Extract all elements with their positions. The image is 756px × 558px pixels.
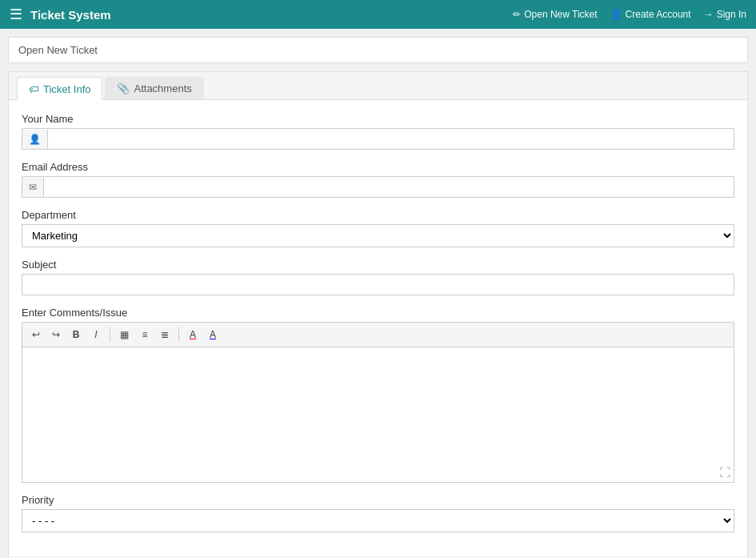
sign-in-nav-link[interactable]: → Sign In <box>704 9 746 20</box>
redo-button[interactable]: ↪ <box>47 326 65 343</box>
your-name-input-wrapper: 👤 <box>22 128 734 150</box>
department-select[interactable]: Marketing Support Sales Technical Billin… <box>22 224 734 247</box>
email-input[interactable] <box>44 177 734 197</box>
your-name-label: Your Name <box>22 113 734 125</box>
user-icon: 👤 <box>610 9 622 20</box>
sign-in-icon: → <box>704 9 714 20</box>
paperclip-icon: 📎 <box>117 82 130 94</box>
priority-label: Priority <box>22 494 734 506</box>
bg-color-button[interactable]: A <box>204 326 222 343</box>
main-card: 🏷 Ticket Info 📎 Attachments Your Name 👤 … <box>8 71 748 558</box>
toolbar-sep-1 <box>110 327 110 342</box>
bold-button[interactable]: B <box>67 326 85 343</box>
envelope-icon: ✉ <box>22 178 44 197</box>
tag-icon: 🏷 <box>29 83 39 95</box>
bullets-button[interactable]: ≡ <box>136 326 154 343</box>
brand-title: Ticket System <box>30 8 513 22</box>
breadcrumb: Open New Ticket <box>8 37 748 63</box>
email-label: Email Address <box>22 161 734 173</box>
email-group: Email Address ✉ <box>22 161 734 198</box>
tabs: 🏷 Ticket Info 📎 Attachments <box>9 72 747 100</box>
your-name-group: Your Name 👤 <box>22 113 734 150</box>
priority-select[interactable]: - - - - Low Medium High Critical <box>22 509 734 532</box>
department-label: Department <box>22 209 734 221</box>
your-name-input[interactable] <box>48 129 734 149</box>
navbar: ☰ Ticket System ✏ Open New Ticket 👤 Crea… <box>0 0 756 29</box>
italic-button[interactable]: I <box>87 326 105 343</box>
create-account-nav-link[interactable]: 👤 Create Account <box>610 9 691 20</box>
form-area: Your Name 👤 Email Address ✉ Department M… <box>9 100 747 556</box>
subject-label: Subject <box>22 259 734 271</box>
menu-icon[interactable]: ☰ <box>10 6 22 23</box>
expand-icon[interactable]: ⛶ <box>719 466 730 479</box>
page-wrapper: Open New Ticket 🏷 Ticket Info 📎 Attachme… <box>0 29 756 558</box>
comments-group: Enter Comments/Issue ↩ ↪ B I ▦ ≡ ≣ A A <box>22 307 734 483</box>
person-icon: 👤 <box>22 130 48 149</box>
subject-input[interactable] <box>22 274 734 295</box>
email-input-wrapper: ✉ <box>22 176 734 198</box>
editor-toolbar: ↩ ↪ B I ▦ ≡ ≣ A A <box>22 322 734 347</box>
department-group: Department Marketing Support Sales Techn… <box>22 209 734 247</box>
table-button[interactable]: ▦ <box>115 326 134 343</box>
subject-group: Subject <box>22 259 734 295</box>
tab-attachments[interactable]: 📎 Attachments <box>105 77 203 99</box>
comments-label: Enter Comments/Issue <box>22 307 734 319</box>
open-new-ticket-nav-link[interactable]: ✏ Open New Ticket <box>513 9 597 20</box>
toolbar-sep-2 <box>178 327 179 342</box>
editor-area[interactable]: ⛶ <box>22 347 734 483</box>
pencil-icon: ✏ <box>513 9 521 20</box>
navbar-right: ✏ Open New Ticket 👤 Create Account → Sig… <box>513 9 746 20</box>
tab-ticket-info[interactable]: 🏷 Ticket Info <box>17 77 102 100</box>
align-button[interactable]: ≣ <box>156 326 174 343</box>
undo-button[interactable]: ↩ <box>27 326 45 343</box>
font-color-button[interactable]: A <box>184 326 202 343</box>
priority-group: Priority - - - - Low Medium High Critica… <box>22 494 734 532</box>
